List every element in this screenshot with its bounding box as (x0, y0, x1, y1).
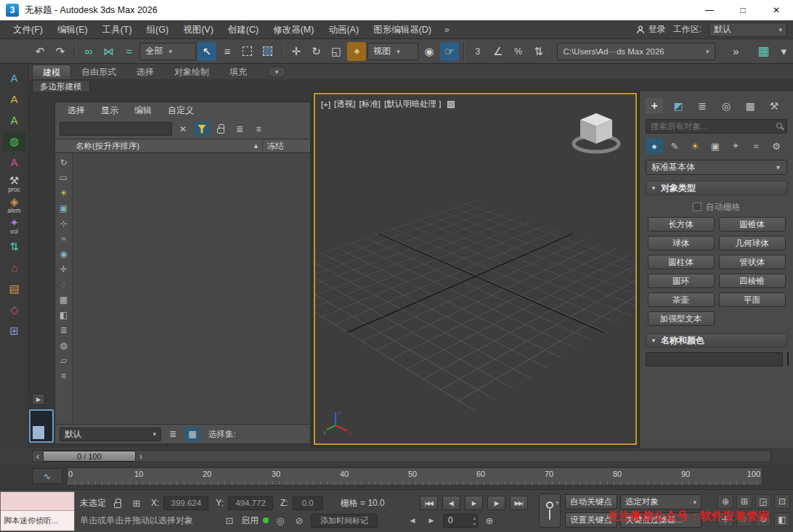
menu-graph-editors[interactable]: 图形编辑器(D) (366, 20, 439, 39)
mute-toggle-icon[interactable]: ⊘ (292, 513, 306, 528)
left-toolbar-button[interactable]: ⊞ (3, 321, 26, 340)
filter-icon[interactable]: ☀ (57, 185, 71, 200)
viewcube[interactable] (567, 107, 625, 159)
previous-key-icon[interactable]: ◀| (442, 496, 460, 510)
explorer-mode-icon[interactable]: ▦ (184, 427, 200, 442)
geosphere-button[interactable]: 几何球体 (719, 236, 786, 250)
window-crossing-icon[interactable] (259, 42, 277, 61)
select-by-name-icon[interactable]: ≡ (218, 42, 237, 61)
space-warps-category-icon[interactable]: ≈ (747, 138, 765, 154)
previous-frame-icon[interactable]: ‹ (33, 451, 43, 462)
name-column-header[interactable]: 名称(按升序排序) (55, 141, 253, 152)
unlink-selection-icon[interactable]: ⋈ (99, 42, 118, 61)
current-frame-field[interactable]: 0 ▴▾ (443, 514, 478, 528)
select-object-icon[interactable]: ↖ (198, 42, 216, 61)
filter-funnel-icon[interactable] (194, 121, 210, 136)
autogrid-checkbox[interactable] (693, 202, 702, 211)
y-coordinate-field[interactable]: 494.772 (228, 496, 273, 510)
key-mode-toggle-icon[interactable]: ⊕ (482, 513, 497, 528)
name-color-rollout[interactable]: ▼ 名称和颜色 (646, 333, 787, 348)
explorer-search-input[interactable] (60, 122, 172, 136)
x-coordinate-field[interactable]: 399.624 (163, 496, 208, 510)
listener-pane[interactable]: 脚本迷你侦听... (1, 511, 74, 531)
frame-forward-icon[interactable]: ▶ (424, 513, 439, 528)
maximize-viewport-icon[interactable]: ◧ (774, 512, 790, 527)
left-toolbar-button[interactable]: ▤ (3, 279, 26, 298)
adaptive-degradation-icon[interactable]: ⊡ (222, 513, 237, 528)
selected-filter-dropdown[interactable]: 选定对象 ▾ (620, 494, 702, 510)
flyout-arrow-icon[interactable]: ▶ (32, 393, 45, 405)
perspective-viewport[interactable]: [+] [透视] [标准] [默认明暗处理 ] x (314, 93, 637, 445)
utilities-tab-icon[interactable]: ⚒ (765, 98, 783, 114)
percent-snap-icon[interactable]: % (509, 42, 528, 61)
left-toolbar-button[interactable]: A (3, 110, 26, 130)
pyramid-button[interactable]: 四棱锥 (719, 274, 786, 288)
viewport-layout-tab[interactable] (29, 409, 54, 443)
workspace-dropdown[interactable]: 默认 ▾ (709, 22, 787, 37)
bind-to-space-warp-icon[interactable]: ≈ (120, 42, 139, 61)
maximize-button[interactable]: □ (726, 0, 760, 20)
explorer-menu-select[interactable]: 选择 (61, 105, 92, 117)
go-to-end-icon[interactable]: ▶▶| (510, 496, 528, 510)
maxscript-mini-listener[interactable]: 脚本迷你侦听... (0, 491, 75, 531)
menu-views[interactable]: 视图(V) (176, 20, 221, 39)
zoom-extents-all-icon[interactable]: ⊡ (774, 494, 790, 509)
textplus-button[interactable]: 加强型文本 (648, 311, 715, 326)
create-tab-icon[interactable]: ＋ (646, 98, 663, 114)
object-name-input[interactable] (646, 352, 783, 367)
plane-button[interactable]: 平面 (719, 292, 786, 307)
filter-icon[interactable]: ⊹ (57, 216, 71, 231)
time-slider-handle[interactable]: 0 / 100 (43, 451, 136, 462)
cone-button[interactable]: 圆锥体 (719, 217, 786, 232)
teapot-button[interactable]: 茶壶 (648, 292, 715, 307)
cameras-category-icon[interactable]: ▣ (707, 138, 724, 154)
filter-icon[interactable]: ▦ (57, 292, 71, 307)
time-tag-field[interactable]: 添加时间标记 (311, 514, 378, 528)
menu-edit[interactable]: 编辑(E) (50, 20, 95, 39)
select-and-place-icon[interactable]: ⌖ (347, 42, 366, 61)
undo-icon[interactable]: ↶ (30, 42, 49, 61)
left-toolbar-button[interactable]: A (3, 68, 26, 88)
subcategory-dropdown[interactable]: 标准基本体 ▼ (646, 160, 787, 175)
hierarchy-tab-icon[interactable]: ≣ (694, 98, 711, 114)
clear-search-icon[interactable]: ✕ (175, 121, 191, 136)
menu-animation[interactable]: 动画(A) (321, 20, 366, 39)
snaps-toggle-icon[interactable]: 3 (468, 42, 487, 61)
selection-lock-icon[interactable] (110, 496, 125, 510)
menu-file[interactable]: 文件(F) (6, 20, 50, 39)
filter-icon[interactable]: ▣ (57, 200, 71, 216)
select-and-rotate-icon[interactable]: ↻ (307, 42, 326, 61)
filter-icon[interactable]: ≣ (57, 322, 71, 337)
record-toggle-icon[interactable]: ◎ (273, 513, 288, 528)
display-tab-icon[interactable]: ▦ (741, 98, 759, 114)
filter-icon[interactable]: ◍ (57, 337, 71, 353)
layers-icon[interactable]: ≣ (165, 427, 181, 442)
spinner-snap-icon[interactable]: ⇅ (529, 42, 548, 61)
explorer-preset-dropdown[interactable]: 默认 ▾ (60, 427, 161, 441)
set-keys-button[interactable]: + (539, 494, 561, 528)
left-toolbar-button[interactable]: ✦vol (3, 216, 26, 235)
asset-library-icon[interactable]: ▦ (754, 42, 773, 61)
absolute-mode-icon[interactable]: ⊞ (129, 496, 144, 510)
ribbon-tab-object-paint[interactable]: 对象绘制 (164, 65, 219, 79)
filter-icon[interactable]: ◉ (57, 246, 71, 261)
filter-icon[interactable]: ≡ (57, 368, 71, 383)
filter-icon[interactable]: ◌ (57, 277, 71, 292)
object-color-swatch[interactable] (787, 352, 789, 367)
ribbon-tab-modeling[interactable]: 建模 (32, 65, 71, 79)
left-toolbar-button[interactable]: ◈alem (3, 195, 26, 214)
select-and-manipulate-icon[interactable]: ☞ (440, 42, 459, 61)
left-toolbar-button[interactable]: A (3, 152, 26, 172)
use-pivot-center-icon[interactable]: ◉ (420, 42, 439, 61)
ribbon-tab-freeform[interactable]: 自由形式 (71, 65, 126, 79)
ribbon-tab-populate[interactable]: 填充 (219, 65, 257, 79)
menu-modifiers[interactable]: 修改器(M) (266, 20, 321, 39)
left-toolbar-button[interactable]: ⌂ (3, 258, 26, 277)
viewport-menu-shading[interactable]: [默认明暗处理 ] (384, 99, 442, 110)
mini-curve-editor-icon[interactable]: ∿ (32, 468, 62, 484)
selection-filter-dropdown[interactable]: 全部 ▾ (139, 43, 196, 60)
modify-tab-icon[interactable]: ◩ (670, 98, 687, 114)
shapes-category-icon[interactable]: ✎ (666, 138, 683, 154)
zoom-extents-icon[interactable]: ◲ (755, 494, 771, 509)
select-and-move-icon[interactable]: ✛ (287, 42, 306, 61)
